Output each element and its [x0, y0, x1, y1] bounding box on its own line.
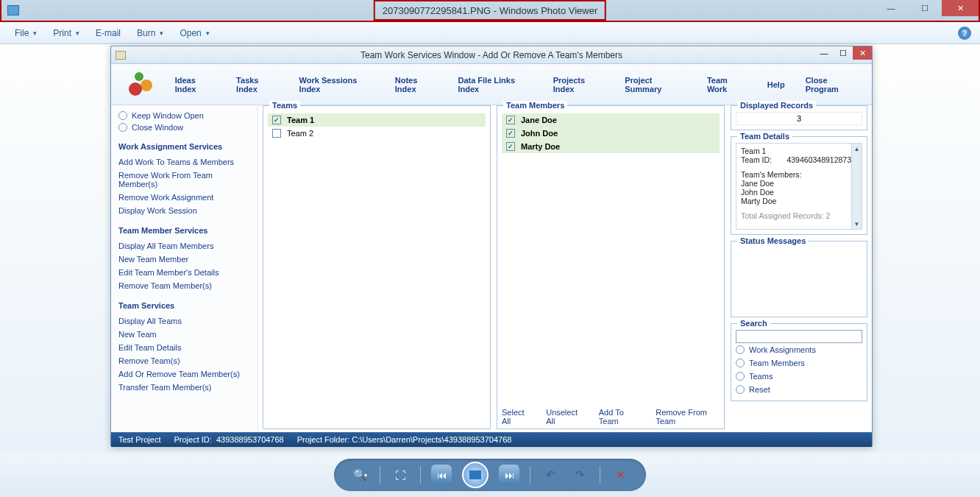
- tb-help[interactable]: Help: [767, 80, 785, 89]
- fit-icon[interactable]: ⛶: [391, 465, 410, 484]
- play-button[interactable]: [462, 462, 489, 488]
- checkbox-icon[interactable]: [272, 129, 281, 138]
- delete-icon[interactable]: ✕: [611, 465, 630, 484]
- tb-summary[interactable]: Project Summary: [625, 76, 686, 94]
- link-remove-work-member[interactable]: Remove Work From Team Member(s): [118, 169, 250, 191]
- link-remove-team[interactable]: Remove Team(s): [118, 354, 250, 367]
- next-button[interactable]: ⏭: [499, 465, 519, 485]
- status-messages: Status Messages: [731, 241, 867, 317]
- zoom-icon[interactable]: 🔍▾: [350, 465, 369, 484]
- pv-stage: Team Work Services Window - Add Or Remov…: [0, 44, 980, 453]
- team-details: Team Details Team 1 Team ID: 43946034891…: [731, 136, 867, 235]
- remove-from-team[interactable]: Remove From Team: [656, 408, 724, 426]
- details-textarea[interactable]: Team 1 Team ID: 439460348912873 Team's M…: [736, 143, 862, 230]
- menu-open[interactable]: Open▾: [174, 25, 215, 41]
- tb-sessions[interactable]: Work Sessions Index: [299, 76, 374, 94]
- search-input[interactable]: [736, 330, 862, 343]
- menu-print[interactable]: Print▾: [47, 25, 85, 41]
- search-reset[interactable]: Reset: [736, 383, 862, 396]
- add-to-team[interactable]: Add To Team: [599, 408, 643, 426]
- tb-tasks[interactable]: Tasks Index: [236, 76, 279, 94]
- pv-app-icon: [7, 5, 19, 15]
- menu-burn[interactable]: Burn▾: [131, 25, 169, 41]
- checkbox-icon[interactable]: ✓: [506, 116, 515, 124]
- link-new-member[interactable]: New Team Member: [118, 253, 250, 266]
- link-transfer-members[interactable]: Transfer Team Member(s): [118, 381, 250, 394]
- scroll-up-icon[interactable]: ▲: [852, 144, 862, 154]
- link-new-team[interactable]: New Team: [118, 328, 250, 341]
- menu-file[interactable]: File▾: [9, 25, 43, 41]
- displayed-records: Displayed Records 3: [731, 105, 867, 130]
- pv-bottombar: 🔍▾ ⛶ ⏮ ⏭ ↶ ↷ ✕: [0, 453, 980, 497]
- member-row[interactable]: ✓Jane Doe: [502, 113, 720, 127]
- prev-button[interactable]: ⏮: [431, 465, 452, 485]
- app-title: Team Work Services Window - Add Or Remov…: [361, 50, 622, 60]
- app-window: Team Work Services Window - Add Or Remov…: [110, 46, 873, 446]
- tb-teamwork[interactable]: Team Work: [707, 76, 747, 94]
- link-edit-member[interactable]: Edit Team Member's Details: [118, 266, 250, 279]
- unselect-all[interactable]: Unselect All: [546, 408, 586, 426]
- search-work[interactable]: Work Assignments: [736, 343, 862, 356]
- link-display-teams[interactable]: Display All Teams: [118, 314, 250, 328]
- heading-member-services: Team Member Services: [118, 226, 250, 235]
- minimize-button[interactable]: —: [874, 0, 908, 16]
- tb-projects[interactable]: Projects Index: [553, 76, 605, 94]
- link-edit-team[interactable]: Edit Team Details: [118, 341, 250, 354]
- pv-titlebar: 2073090772295841.PNG - Windows Photo Vie…: [0, 0, 980, 22]
- app-titlebar: Team Work Services Window - Add Or Remov…: [111, 46, 872, 64]
- app-toolbar: Ideas Index Tasks Index Work Sessions In…: [111, 64, 872, 105]
- search-panel: Search Work Assignments Team Members Tea…: [731, 323, 867, 401]
- app-logo: [124, 72, 155, 96]
- sidebar: Keep Window Open Close Window Work Assig…: [111, 105, 258, 432]
- tb-closeprogram[interactable]: Close Program: [806, 76, 859, 94]
- link-display-members[interactable]: Display All Team Members: [118, 239, 250, 253]
- checkbox-icon[interactable]: ✓: [506, 142, 515, 151]
- java-icon: [116, 51, 126, 60]
- rotate-cw-icon[interactable]: ↷: [570, 465, 589, 484]
- scroll-down-icon[interactable]: ▼: [852, 219, 862, 229]
- scrollbar[interactable]: ▲ ▼: [851, 144, 862, 229]
- link-remove-member[interactable]: Remove Team Member(s): [118, 279, 250, 292]
- member-row[interactable]: ✓John Doe: [502, 127, 720, 140]
- app-minimize[interactable]: —: [814, 46, 834, 60]
- teams-panel: Teams ✓Team 1 Team 2: [263, 105, 491, 429]
- app-statusbar: Test Project Project ID: 439388953704768…: [111, 432, 872, 447]
- help-icon[interactable]: ?: [958, 27, 971, 40]
- maximize-button[interactable]: ☐: [908, 0, 942, 16]
- search-members[interactable]: Team Members: [736, 356, 862, 370]
- team-row-1[interactable]: ✓Team 1: [268, 113, 486, 127]
- members-panel: Team Members ✓Jane Doe ✓John Doe ✓Marty …: [497, 105, 725, 429]
- link-remove-work[interactable]: Remove Work Assignment: [118, 191, 250, 204]
- keep-window-open[interactable]: Keep Window Open: [118, 110, 250, 121]
- member-row[interactable]: ✓Marty Doe: [502, 140, 720, 153]
- app-close[interactable]: ✕: [853, 46, 872, 60]
- checkbox-icon[interactable]: ✓: [506, 129, 515, 138]
- checkbox-icon[interactable]: ✓: [272, 116, 281, 124]
- tb-ideas[interactable]: Ideas Index: [175, 76, 216, 94]
- pv-title: 2073090772295841.PNG - Windows Photo Vie…: [383, 5, 597, 16]
- pv-title-highlight: 2073090772295841.PNG - Windows Photo Vie…: [374, 0, 606, 21]
- menu-email[interactable]: E-mail: [90, 25, 127, 41]
- pv-controls: 🔍▾ ⛶ ⏮ ⏭ ↶ ↷ ✕: [334, 459, 646, 491]
- search-teams[interactable]: Teams: [736, 370, 862, 383]
- close-button[interactable]: ✕: [942, 0, 979, 16]
- select-all[interactable]: Select All: [502, 408, 533, 426]
- pv-menubar: File▾ Print▾ E-mail Burn▾ Open▾ ?: [0, 22, 980, 44]
- records-value: 3: [736, 112, 862, 125]
- link-add-remove-members[interactable]: Add Or Remove Team Member(s): [118, 367, 250, 381]
- tb-datalinks[interactable]: Data File Links Index: [458, 76, 532, 94]
- team-row-2[interactable]: Team 2: [268, 127, 486, 140]
- link-display-session[interactable]: Display Work Session: [118, 204, 250, 217]
- rotate-ccw-icon[interactable]: ↶: [541, 465, 560, 484]
- close-window[interactable]: Close Window: [118, 121, 250, 133]
- heading-team-services: Team Services: [118, 301, 250, 310]
- heading-work-assignment: Work Assignment Services: [118, 142, 250, 151]
- photo-viewer-window: 2073090772295841.PNG - Windows Photo Vie…: [0, 0, 980, 497]
- pv-sysbuttons: — ☐ ✕: [874, 0, 979, 16]
- link-add-work[interactable]: Add Work To Teams & Members: [118, 155, 250, 169]
- tb-notes[interactable]: Notes Index: [395, 76, 438, 94]
- app-maximize[interactable]: ☐: [834, 46, 853, 60]
